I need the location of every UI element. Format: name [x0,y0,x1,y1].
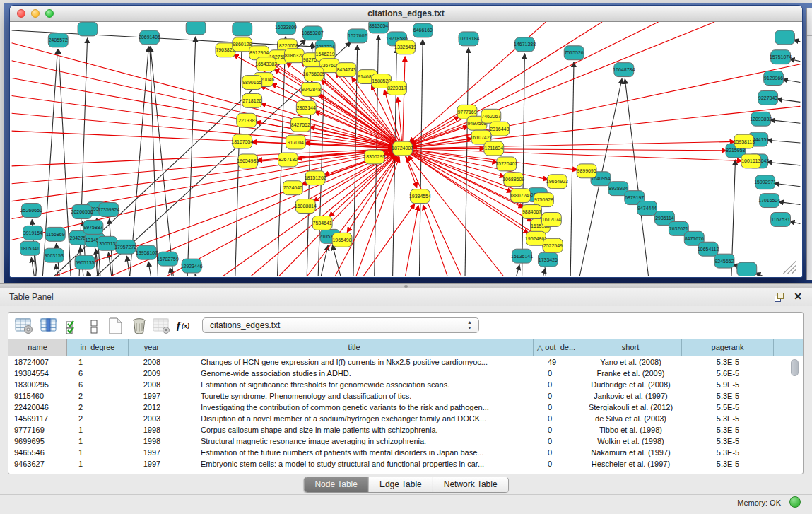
network-node[interactable]: 9474444 [637,201,657,216]
table-cell[interactable]: 1997 [129,447,175,458]
network-node[interactable]: 10653287 [302,26,324,40]
column-header-in_degree[interactable]: in_degree [67,339,129,356]
network-node[interactable]: 9975887 [83,220,103,234]
table-settings-icon[interactable] [14,317,33,334]
network-node[interactable]: 9063153 [44,248,64,262]
network-node[interactable]: 13958107 [136,245,158,259]
table-cell[interactable]: de Silva et al. (2003) [579,413,682,424]
window-titlebar[interactable]: citations_edges.txt [10,6,802,22]
network-node[interactable]: 16648784 [613,63,635,77]
table-selector-dropdown[interactable]: citations_edges.txt ▲▼ [202,317,479,333]
table-cell[interactable]: Investigating the contribution of common… [175,402,534,413]
table-cell[interactable]: 2012 [129,402,175,413]
network-node[interactable]: 10688609 [502,173,524,187]
table-cell[interactable]: Estimation of significance thresholds fo… [175,379,534,390]
table-cell[interactable]: Yano et al. (2008) [579,356,682,368]
network-node[interactable]: 1527602 [348,29,367,43]
show-columns-icon[interactable] [40,317,58,334]
table-cell[interactable]: 6 [67,368,129,379]
table-cell[interactable]: Tibbo et al. (1998) [579,424,682,436]
table-cell[interactable]: Stergiakouli et al. (2012) [579,402,682,413]
network-node[interactable]: 20206556 [71,205,93,219]
network-node[interactable]: 12213383 [235,113,257,127]
table-cell[interactable]: Embryonic stem cells: a model to study s… [175,458,534,469]
table-mode-icon[interactable] [85,317,103,334]
network-node[interactable]: 1965498 [332,233,352,247]
network-node[interactable]: 8454743 [336,63,356,77]
table-cell[interactable]: 5.3E-5 [682,458,774,469]
table-cell[interactable]: 5.3E-5 [682,424,774,436]
network-node[interactable]: 15992971 [754,175,776,189]
network-node[interactable]: 18724007 [392,141,413,156]
network-node[interactable]: 9899695 [577,164,596,178]
network-node[interactable]: 1156869 [45,227,65,241]
table-cell[interactable]: Structural magnetic resonance image aver… [175,436,534,447]
close-panel-icon[interactable]: ✕ [794,291,802,302]
table-cell[interactable]: 1997 [129,458,175,469]
table-cell[interactable]: 0 [534,436,579,447]
network-node[interactable]: 14671388 [514,37,536,52]
table-cell[interactable]: 2 [67,402,129,413]
table-cell[interactable]: 18724007 [8,356,67,368]
table-cell[interactable]: 49 [534,356,579,368]
network-window[interactable]: citations_edges.txt 2405572 20691406 160… [10,6,802,277]
table-cell[interactable]: Hescheler et al. (1997) [579,458,682,469]
network-node[interactable]: 16782759 [157,252,179,266]
table-cell[interactable]: 1 [67,436,129,447]
table-scrollbar[interactable] [791,359,799,376]
network-node[interactable]: 15136141 [511,249,533,263]
table-cell[interactable]: Franke et al. (2009) [579,368,682,379]
table-cell[interactable]: 1 [67,424,129,436]
table-cell[interactable]: 2009 [129,368,175,379]
network-node[interactable]: 7524640 [283,181,302,195]
network-node[interactable]: 7534641 [312,216,332,230]
network-node[interactable]: 15958113 [734,134,755,148]
table-cell[interactable]: 18300295 [8,379,67,390]
table-cell[interactable]: 5.9E-5 [682,379,774,390]
network-node[interactable]: 2718126 [242,93,262,107]
network-node[interactable] [233,22,252,36]
table-cell[interactable]: Disruption of a novel member of a sodium… [175,413,534,424]
column-header-out_de[interactable]: △ out_de... [534,339,579,356]
network-node[interactable]: 15751074 [770,50,792,64]
network-node[interactable]: 8813054 [369,22,389,33]
table-cell[interactable]: 5.3E-5 [682,447,774,458]
float-panel-icon[interactable] [775,293,784,302]
network-node[interactable]: 16756085 [303,67,325,81]
table-cell[interactable]: 0 [534,390,579,402]
table-cell[interactable]: 0 [534,447,579,458]
table-cell[interactable]: 5.5E-5 [682,402,774,413]
network-node[interactable]: 2405572 [48,33,68,47]
network-node[interactable]: 9129966 [764,71,784,86]
network-node[interactable] [186,22,206,35]
network-node[interactable]: 17016504 [758,194,780,208]
table-cell[interactable]: 0 [534,368,579,379]
table-cell[interactable]: Nakamura et al. (1997) [579,447,682,458]
network-node[interactable]: 18807243 [510,189,531,203]
table-cell[interactable]: 19384554 [8,368,67,379]
network-node[interactable]: 2803144 [296,100,316,115]
table-cell[interactable]: Corpus callosum shape and size in male p… [175,424,534,436]
table-cell[interactable]: 1997 [129,390,175,402]
network-node[interactable]: 18151262 [305,171,326,185]
function-builder-icon[interactable]: f(x) [175,317,194,334]
network-node[interactable]: 1733426 [538,252,558,267]
table-cell[interactable]: 5.3E-5 [682,390,774,402]
network-node[interactable]: 1601613 [741,154,761,168]
column-header-short[interactable]: short [579,339,682,356]
table-cell[interactable]: 9115460 [8,390,67,402]
table-row[interactable]: 969969511998Structural magnetic resonanc… [8,436,803,447]
table-cell[interactable]: 2 [67,390,129,402]
table-cell[interactable]: 0 [534,458,579,469]
table-cell[interactable]: 9699695 [8,436,67,447]
network-node[interactable]: 7462067 [481,109,501,123]
network-node[interactable]: 9242848 [301,83,321,97]
table-cell[interactable]: 5.6E-5 [682,368,774,379]
network-node[interactable]: 7515526 [564,46,584,60]
network-node[interactable] [775,30,795,45]
table-row[interactable]: 1456911722003Disruption of a novel membe… [8,413,803,424]
table-cell[interactable]: 1998 [129,424,175,436]
network-node[interactable] [78,22,98,36]
network-node[interactable]: 18300295 [363,150,385,164]
network-node[interactable]: 17957272 [114,240,136,254]
